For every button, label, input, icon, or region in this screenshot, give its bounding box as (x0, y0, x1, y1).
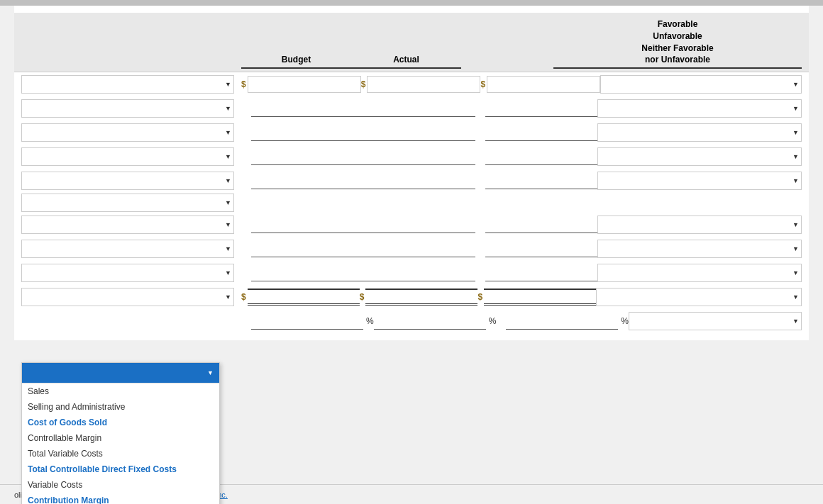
row-2-variance-type-container (597, 99, 802, 118)
row-1-dropdown[interactable] (21, 75, 234, 94)
total-dropdown[interactable] (21, 288, 234, 306)
row-9-budget-container (241, 264, 363, 281)
table-row (21, 213, 802, 237)
percent-variance-input[interactable] (506, 313, 618, 330)
table-row (21, 169, 802, 193)
row-1-variance-select[interactable] (600, 75, 802, 94)
total-budget-dollar: $ (241, 292, 246, 302)
row-1-select-wrapper[interactable] (21, 75, 234, 94)
row-5-actual-input[interactable] (363, 172, 475, 189)
row-4-variance-select[interactable] (597, 147, 802, 166)
row-9-select-container (21, 264, 241, 282)
dropdown-item-selling[interactable]: Selling and Administrative (22, 399, 219, 415)
row-6-select-container (21, 194, 241, 212)
row-7-variance-input[interactable] (485, 216, 597, 233)
table-row (21, 193, 802, 213)
row-7-budget-input[interactable] (251, 216, 363, 233)
row-2-variance-select-wrapper[interactable] (597, 99, 802, 118)
row-2-actual-container (363, 100, 475, 117)
row-3-budget-container (241, 124, 363, 141)
row-1-variance-select-wrapper[interactable] (600, 75, 802, 94)
row-9-budget-input[interactable] (251, 264, 363, 281)
row-3-variance-type-container (597, 123, 802, 142)
percent-actual-input[interactable] (374, 313, 486, 330)
row-2-dropdown[interactable] (21, 99, 234, 118)
total-variance-dollar: $ (477, 292, 482, 302)
row-1-variance-input[interactable] (487, 76, 600, 93)
row-7-actual-input[interactable] (363, 216, 475, 233)
table-row (21, 237, 802, 261)
row-4-select-container (21, 147, 241, 166)
dropdown-item-contribution[interactable]: Contribution Margin (22, 493, 219, 504)
row-2-budget-input[interactable] (251, 100, 363, 117)
percent-row: % % % (21, 309, 802, 333)
row-8-variance-input[interactable] (485, 240, 597, 257)
row-4-dropdown[interactable] (21, 147, 234, 166)
row-1-budget-input[interactable] (248, 76, 361, 93)
row-9-actual-input[interactable] (363, 264, 475, 281)
row-2-variance-select[interactable] (597, 99, 802, 118)
dropdown-item-variable-costs[interactable]: Variable Costs (22, 477, 219, 493)
total-actual-dollar: $ (360, 292, 365, 302)
dropdown-item-total-controllable[interactable]: Total Controllable Direct Fixed Costs (22, 461, 219, 477)
row-7-dropdown[interactable] (21, 215, 234, 234)
row-5-variance-type-container (597, 172, 802, 190)
row-9-variance-select[interactable] (597, 264, 802, 282)
row-3-select-wrapper[interactable] (21, 123, 234, 142)
actual-dollar-1: $ (361, 79, 366, 89)
row-8-select-container (21, 240, 241, 258)
total-select-container (21, 288, 241, 306)
row-4-actual-input[interactable] (363, 148, 475, 165)
percent-budget-input[interactable] (251, 313, 363, 330)
percent-variance-select[interactable] (629, 312, 802, 330)
row-5-variance-input[interactable] (485, 172, 597, 189)
row-3-variance-input[interactable] (485, 124, 597, 141)
row-8-actual-input[interactable] (363, 240, 475, 257)
dropdown-item-controllable-margin[interactable]: Controllable Margin (22, 430, 219, 446)
row-9-variance-input[interactable] (485, 264, 597, 281)
row-1-actual-input[interactable] (367, 76, 480, 93)
dropdown-selected-item[interactable] (22, 363, 219, 383)
percent-actual-container: % (374, 313, 497, 330)
dropdown-item-sales[interactable]: Sales (22, 383, 219, 399)
row-4-variance-input[interactable] (485, 148, 597, 165)
row-3-actual-input[interactable] (363, 124, 475, 141)
row-6-dropdown[interactable] (21, 194, 234, 212)
total-row: $ $ $ (21, 285, 802, 309)
total-budget-input[interactable] (248, 289, 360, 306)
row-2-variance-input[interactable] (485, 100, 597, 117)
table-row (21, 96, 802, 121)
row-8-budget-container (241, 240, 363, 257)
row-2-select-wrapper[interactable] (21, 99, 234, 118)
row-9-variance-type-container (597, 264, 802, 282)
row-2-budget-container (241, 100, 363, 117)
total-variance-container: $ (477, 289, 596, 306)
total-variance-select[interactable] (596, 288, 802, 306)
row-4-budget-input[interactable] (251, 148, 363, 165)
row-8-variance-select[interactable] (597, 240, 802, 258)
row-9-dropdown[interactable] (21, 264, 234, 282)
total-variance-input[interactable] (484, 289, 596, 306)
total-actual-input[interactable] (365, 289, 477, 306)
row-1-variance-type-container (600, 75, 802, 94)
percent-variance-symbol: % (621, 316, 629, 326)
row-5-dropdown[interactable] (21, 172, 234, 190)
row-8-variance-type-container (597, 240, 802, 258)
row-3-dropdown[interactable] (21, 123, 234, 142)
percent-actual-symbol: % (489, 316, 497, 326)
row-7-variance-select[interactable] (597, 215, 802, 234)
row-4-actual-container (363, 148, 475, 165)
row-5-variance-select[interactable] (597, 172, 802, 190)
row-9-actual-container (363, 264, 475, 281)
row-5-budget-input[interactable] (251, 172, 363, 189)
dropdown-item-cogs[interactable]: Cost of Goods Sold (22, 415, 219, 430)
row-3-actual-container (363, 124, 475, 141)
row-3-variance-select[interactable] (597, 123, 802, 142)
row-2-actual-input[interactable] (363, 100, 475, 117)
dropdown-item-total-variable[interactable]: Total Variable Costs (22, 446, 219, 461)
total-actual-container: $ (360, 289, 478, 306)
row-8-dropdown[interactable] (21, 240, 234, 258)
row-8-budget-input[interactable] (251, 240, 363, 257)
row-4-variance-type-container (597, 147, 802, 166)
row-3-budget-input[interactable] (251, 124, 363, 141)
